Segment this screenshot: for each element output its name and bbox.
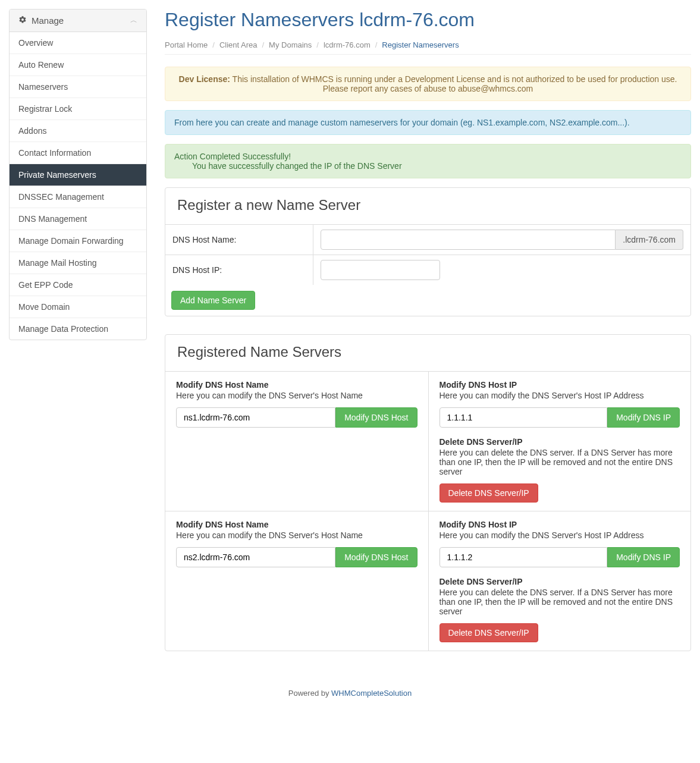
modify-ip-button[interactable]: Modify DNS IP	[607, 407, 680, 428]
add-nameserver-button[interactable]: Add Name Server	[171, 291, 255, 310]
modify-host-title: Modify DNS Host Name	[176, 520, 418, 529]
success-title: Action Completed Successfully!	[174, 152, 682, 161]
hostname-label: DNS Host Name:	[165, 225, 313, 255]
success-body: You have successfully changed the IP of …	[174, 161, 682, 171]
breadcrumb-link[interactable]: lcdrm-76.com	[324, 40, 371, 49]
sidebar-item[interactable]: Manage Data Protection	[10, 318, 146, 340]
modify-ip-title: Modify DNS Host IP	[440, 380, 680, 390]
breadcrumb-link[interactable]: Client Area	[219, 40, 258, 49]
dev-license-text: This installation of WHMCS is running un…	[230, 74, 677, 93]
breadcrumb: Portal HomeClient AreaMy Domainslcdrm-76…	[165, 36, 691, 55]
domain-suffix: .lcdrm-76.com	[616, 230, 683, 250]
hostip-input[interactable]	[321, 260, 440, 280]
modify-ip-title: Modify DNS Host IP	[440, 520, 680, 529]
page-title: Register Nameservers lcdrm-76.com	[165, 9, 691, 31]
modify-ip-desc: Here you can modify the DNS Server's Hos…	[440, 391, 680, 400]
registered-panel: Registered Name Servers Modify DNS Host …	[165, 334, 691, 651]
delete-ns-button[interactable]: Delete DNS Server/IP	[440, 483, 538, 503]
info-alert: From here you can create and manage cust…	[165, 110, 691, 135]
ns-ip-input[interactable]	[440, 407, 608, 428]
sidebar-item[interactable]: Manage Domain Forwarding	[10, 230, 146, 252]
modify-host-desc: Here you can modify the DNS Server's Hos…	[176, 530, 418, 540]
success-alert: Action Completed Successfully! You have …	[165, 144, 691, 178]
footer-prefix: Powered by	[288, 689, 331, 698]
sidebar-item[interactable]: Contact Information	[10, 142, 146, 164]
modify-host-desc: Here you can modify the DNS Server's Hos…	[176, 391, 418, 400]
chevron-up-icon: ︿	[130, 15, 137, 26]
sidebar-item[interactable]: Private Nameservers	[10, 164, 146, 186]
register-panel: Register a new Name Server DNS Host Name…	[165, 187, 691, 316]
sidebar-item[interactable]: Get EPP Code	[10, 274, 146, 296]
ns-ip-input[interactable]	[440, 547, 608, 567]
gear-icon	[18, 15, 27, 26]
ns-ip-cell: Modify DNS Host IPHere you can modify th…	[428, 371, 691, 511]
nameserver-grid: Modify DNS Host NameHere you can modify …	[165, 371, 690, 651]
sidebar-header-label: Manage	[32, 15, 64, 26]
sidebar-item[interactable]: Manage Mail Hosting	[10, 252, 146, 274]
breadcrumb-link[interactable]: Portal Home	[165, 40, 208, 49]
sidebar-item[interactable]: Addons	[10, 120, 146, 142]
breadcrumb-current: Register Nameservers	[371, 40, 459, 49]
modify-ip-button[interactable]: Modify DNS IP	[607, 547, 680, 567]
delete-desc: Here you can delete the DNS server. If a…	[440, 448, 680, 476]
ns-hostname-input[interactable]	[176, 407, 335, 428]
modify-host-title: Modify DNS Host Name	[176, 380, 418, 390]
hostname-input[interactable]	[321, 230, 616, 250]
modify-host-button[interactable]: Modify DNS Host	[335, 547, 417, 567]
delete-title: Delete DNS Server/IP	[440, 577, 680, 586]
ns-ip-cell: Modify DNS Host IPHere you can modify th…	[428, 511, 691, 651]
sidebar-item[interactable]: Registrar Lock	[10, 98, 146, 120]
dev-license-prefix: Dev License:	[179, 74, 230, 84]
footer-link[interactable]: WHMCompleteSolution	[331, 689, 412, 698]
sidebar-header[interactable]: Manage ︿	[10, 10, 146, 32]
sidebar-nav: OverviewAuto RenewNameserversRegistrar L…	[10, 32, 146, 340]
sidebar-item[interactable]: DNSSEC Management	[10, 186, 146, 208]
sidebar-item[interactable]: DNS Management	[10, 208, 146, 230]
delete-ns-button[interactable]: Delete DNS Server/IP	[440, 623, 538, 642]
sidebar-item[interactable]: Auto Renew	[10, 54, 146, 76]
ns-host-cell: Modify DNS Host NameHere you can modify …	[165, 371, 428, 511]
breadcrumb-link[interactable]: My Domains	[269, 40, 312, 49]
registered-panel-title: Registered Name Servers	[165, 335, 690, 371]
register-panel-title: Register a new Name Server	[165, 188, 690, 224]
modify-ip-desc: Here you can modify the DNS Server's Hos…	[440, 530, 680, 540]
sidebar-item[interactable]: Move Domain	[10, 296, 146, 318]
modify-host-button[interactable]: Modify DNS Host	[335, 407, 417, 428]
sidebar-item[interactable]: Nameservers	[10, 76, 146, 98]
hostip-label: DNS Host IP:	[165, 255, 313, 285]
main-content: Register Nameservers lcdrm-76.com Portal…	[165, 9, 691, 669]
delete-desc: Here you can delete the DNS server. If a…	[440, 588, 680, 616]
footer: Powered by WHMCompleteSolution	[0, 678, 700, 702]
sidebar-item[interactable]: Overview	[10, 32, 146, 54]
ns-hostname-input[interactable]	[176, 547, 335, 567]
dev-license-alert: Dev License: This installation of WHMCS …	[165, 67, 691, 101]
delete-title: Delete DNS Server/IP	[440, 437, 680, 447]
ns-host-cell: Modify DNS Host NameHere you can modify …	[165, 511, 428, 651]
sidebar: Manage ︿ OverviewAuto RenewNameserversRe…	[9, 9, 147, 669]
